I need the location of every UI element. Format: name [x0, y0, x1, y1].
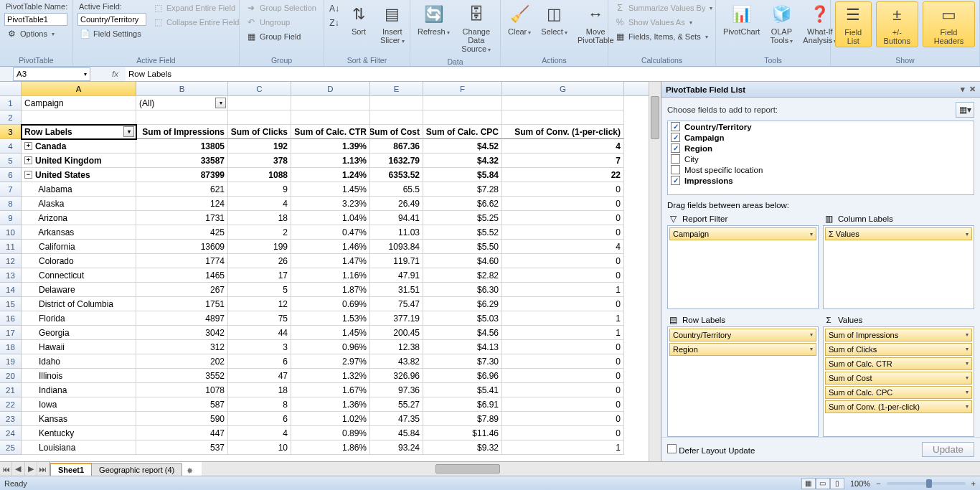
cell[interactable]: 1.47% [291, 254, 370, 268]
cell[interactable]: 267 [136, 283, 228, 297]
cell[interactable]: 0 [502, 182, 624, 197]
cell[interactable]: 199 [228, 240, 291, 254]
cell[interactable]: 1.67% [291, 383, 370, 397]
cell[interactable]: District of Columbia [22, 297, 136, 311]
cell[interactable]: 3.23% [291, 197, 370, 211]
cell[interactable]: 13805 [136, 139, 228, 154]
cell[interactable]: 0.89% [291, 426, 370, 440]
pane-dropdown-icon[interactable]: ▾ [961, 85, 965, 94]
cell[interactable]: 18 [228, 211, 291, 225]
cell[interactable]: −United States [22, 168, 136, 182]
cell[interactable] [291, 96, 370, 110]
cell[interactable]: 55.27 [370, 397, 423, 412]
cell[interactable] [228, 96, 291, 110]
cell[interactable]: 97.36 [370, 383, 423, 397]
cell[interactable] [423, 110, 502, 125]
cell[interactable]: 18 [228, 383, 291, 397]
cell[interactable]: 4 [228, 197, 291, 211]
cell[interactable]: 1088 [228, 168, 291, 182]
cell[interactable]: 1078 [136, 383, 228, 397]
row-header[interactable]: 11 [0, 240, 22, 254]
cell[interactable]: 9 [228, 182, 291, 197]
cell[interactable]: 87399 [136, 168, 228, 182]
row-header[interactable]: 1 [0, 96, 22, 110]
horizontal-scrollbar[interactable] [202, 462, 980, 476]
page-layout-icon[interactable]: ▭ [816, 478, 830, 489]
cell[interactable]: Sum of Cost [370, 125, 423, 139]
field-pill[interactable]: Sum of Conv. (1-per-click) [825, 400, 972, 413]
row-header[interactable]: 3 [0, 125, 22, 139]
cell[interactable]: 326.96 [370, 369, 423, 383]
cell[interactable]: 33587 [136, 154, 228, 168]
cell[interactable]: 1.87% [291, 283, 370, 297]
cell[interactable]: $9.32 [423, 440, 502, 455]
field-headers-toggle[interactable]: ▭Field Headers [923, 1, 975, 47]
cell[interactable]: 1632.79 [370, 154, 423, 168]
zoom-out-icon[interactable]: − [876, 479, 880, 488]
cell[interactable]: 377.19 [370, 311, 423, 326]
expand-collapse-button[interactable]: + [24, 156, 32, 164]
row-header[interactable]: 14 [0, 283, 22, 297]
cell[interactable]: 1465 [136, 268, 228, 283]
cell[interactable]: 590 [136, 412, 228, 426]
cell[interactable]: Sum of Impressions [136, 125, 228, 139]
cell[interactable]: 1774 [136, 254, 228, 268]
cell[interactable]: 1.45% [291, 326, 370, 340]
cell[interactable]: 6 [228, 412, 291, 426]
cell[interactable]: 192 [228, 139, 291, 154]
cell[interactable]: 1.04% [291, 211, 370, 225]
tab-nav-buttons[interactable]: ⏮◀▶⏭ [0, 462, 50, 476]
zoom-level[interactable]: 100% [850, 479, 870, 488]
cell[interactable]: 0 [502, 369, 624, 383]
insert-slicer-button[interactable]: ▤ Insert Slicer [377, 1, 407, 47]
column-header-B[interactable]: B [136, 82, 228, 95]
active-field-input[interactable] [77, 13, 146, 26]
row-header[interactable]: 17 [0, 326, 22, 340]
field-pill[interactable]: Campaign [669, 227, 816, 240]
cell[interactable]: 0.47% [291, 225, 370, 240]
cell[interactable] [370, 96, 423, 110]
row-header[interactable]: 5 [0, 154, 22, 168]
cell[interactable]: Illinois [22, 369, 136, 383]
new-sheet-button[interactable]: ✸ [182, 466, 197, 476]
cell[interactable]: 447 [136, 426, 228, 440]
change-data-source-button[interactable]: 🗄 Change Data Source [457, 1, 496, 56]
cell[interactable]: $7.28 [423, 182, 502, 197]
cell[interactable]: 3552 [136, 369, 228, 383]
sort-desc-icon[interactable]: Z↓ [329, 16, 340, 30]
defer-layout-checkbox[interactable]: Defer Layout Update [667, 444, 755, 455]
row-header[interactable]: 21 [0, 383, 22, 397]
cell[interactable]: 93.24 [370, 440, 423, 455]
cell[interactable]: 7 [502, 154, 624, 168]
cell[interactable]: 6 [228, 354, 291, 369]
row-header[interactable]: 20 [0, 369, 22, 383]
cell[interactable] [502, 110, 624, 125]
row-header[interactable]: 16 [0, 311, 22, 326]
collapse-field-button[interactable]: ⬚Collapse Entire Field [151, 16, 241, 29]
cell[interactable]: 621 [136, 182, 228, 197]
field-pill[interactable]: Sum of Calc. CPC [825, 386, 972, 399]
sort-asc-icon[interactable]: A↓ [329, 1, 340, 16]
cell[interactable]: 1731 [136, 211, 228, 225]
cell[interactable]: Florida [22, 311, 136, 326]
cell[interactable]: 0 [502, 426, 624, 440]
cell[interactable]: $11.46 [423, 426, 502, 440]
cell[interactable]: 0.69% [291, 297, 370, 311]
cell[interactable]: $5.03 [423, 311, 502, 326]
cell[interactable]: Sum of Calc. CPC [423, 125, 502, 139]
cell[interactable]: Hawaii [22, 340, 136, 354]
cell[interactable]: 65.5 [370, 182, 423, 197]
cell[interactable]: 537 [136, 440, 228, 455]
cell[interactable]: 1.46% [291, 240, 370, 254]
cell[interactable]: $4.32 [423, 154, 502, 168]
cell[interactable]: +United Kingdom [22, 154, 136, 168]
cell[interactable]: Alabama [22, 182, 136, 197]
row-header[interactable]: 13 [0, 268, 22, 283]
cell[interactable]: 47.91 [370, 268, 423, 283]
cell[interactable]: (All)▾ [136, 96, 228, 110]
cell[interactable]: 94.41 [370, 211, 423, 225]
formula-input[interactable] [126, 67, 980, 81]
cell[interactable]: Iowa [22, 397, 136, 412]
cell[interactable]: Arizona [22, 211, 136, 225]
cell[interactable]: 2.97% [291, 354, 370, 369]
